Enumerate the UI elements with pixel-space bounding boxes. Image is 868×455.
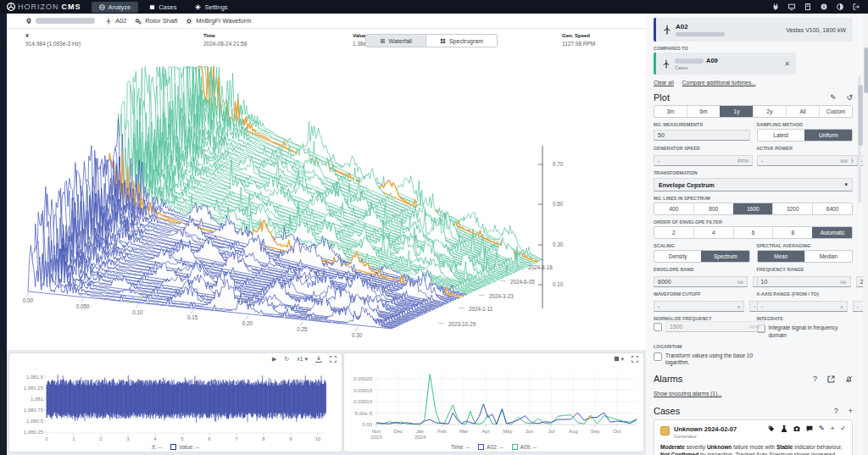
playback-speed-button[interactable]: x1 ▾ <box>297 356 308 363</box>
turbine-name-redacted <box>675 58 704 64</box>
edit-plot-icon[interactable]: ✎ <box>830 94 837 102</box>
logarithm-checkbox[interactable] <box>654 352 662 361</box>
kiosk-icon[interactable] <box>804 3 811 10</box>
loop-icon[interactable]: ↻ <box>284 356 289 363</box>
tag-icon[interactable] <box>768 425 775 432</box>
range-3m-button[interactable]: 3m <box>654 106 687 117</box>
lines-1600-button[interactable]: 1600 <box>733 203 773 214</box>
order-automatic-button[interactable]: Automatic <box>812 227 852 238</box>
lines-3200-button[interactable]: 3200 <box>772 203 812 214</box>
order-6-button[interactable]: 6 <box>733 227 773 238</box>
edit-case-icon[interactable]: ✎ <box>819 425 825 432</box>
open-external-icon[interactable] <box>827 375 835 383</box>
range-custom-button[interactable]: Custom <box>819 106 852 117</box>
nav-item-settings[interactable]: Settings <box>187 2 235 13</box>
gen-speed-min-input[interactable] <box>658 158 735 164</box>
contrast-icon[interactable] <box>837 3 843 10</box>
nav-item-label: Cases <box>159 3 176 11</box>
plug-icon[interactable] <box>772 3 779 10</box>
cases-icon <box>149 4 155 10</box>
trend-plot[interactable]: 0.000200.000150.000105.00e-50.00Nov2023D… <box>344 360 642 443</box>
compared-turbine-name: A09 <box>706 57 718 64</box>
sampling-latest-button[interactable]: Latest <box>758 130 804 141</box>
location-pin-icon <box>25 18 32 25</box>
waveform-chart-card: ▶ ↻ x1 ▾ 1,081.51,081.251,0811,080.751,0… <box>9 353 342 452</box>
normalize-frequency-checkbox[interactable] <box>654 323 662 331</box>
scaling-spectrum-button[interactable]: Spectrum <box>701 251 748 262</box>
alarms-help-icon[interactable]: ? <box>813 375 817 383</box>
nav-item-cases[interactable]: Cases <box>142 2 184 13</box>
order-2-button[interactable]: 2 <box>654 227 693 238</box>
selected-turbine-card[interactable]: A02 Vestas V100, 1800 kW <box>654 18 853 42</box>
xaxis-from-input[interactable] <box>761 303 838 309</box>
envelope-band-from-input[interactable] <box>658 279 735 285</box>
compared-turbine-card[interactable]: A09 Cases ✕ <box>654 53 796 75</box>
play-icon[interactable]: ▶ <box>272 356 276 363</box>
remove-comparison-icon[interactable]: ✕ <box>784 60 790 68</box>
waveform-cutoff-from-input[interactable] <box>658 303 735 309</box>
breadcrumb-measurement[interactable]: MnBrgFr Waveform <box>196 17 251 25</box>
waterfall-3d-plot[interactable]: 0.000.0500.100.150.200.250.302023-10-292… <box>7 61 646 350</box>
clear-all-link[interactable]: Clear all <box>654 80 674 86</box>
fullscreen-icon[interactable] <box>330 356 337 363</box>
info-icon[interactable] <box>821 3 827 10</box>
measurements-input[interactable] <box>658 132 746 138</box>
lines-400-button[interactable]: 400 <box>654 203 693 214</box>
averaging-mean-button[interactable]: Mean <box>758 251 804 262</box>
display-icon[interactable] <box>788 3 795 10</box>
add-case-icon[interactable]: + <box>849 408 853 415</box>
svg-text:1,081.5: 1,081.5 <box>26 375 44 380</box>
active-power-min-input[interactable] <box>761 158 838 164</box>
frequency-range-from-input[interactable] <box>761 279 838 285</box>
download-icon[interactable] <box>315 356 322 363</box>
fullscreen-icon[interactable] <box>632 356 638 363</box>
sampling-uniform-button[interactable]: Uniform <box>804 130 852 141</box>
comment-icon[interactable] <box>806 425 813 432</box>
app-logo[interactable]: HORIZONCMS <box>0 3 90 11</box>
chart-options-icon[interactable]: ▾ <box>614 356 624 363</box>
waterfall-toggle-button[interactable]: Waterfall <box>366 35 426 47</box>
case-card[interactable]: Unknown 2024-02-07 Generator ✎ + ✓ Moder… <box>654 419 853 455</box>
trend-chart-card: ▾ 0.000200.000150.000105.00e-50.00Nov202… <box>344 353 643 452</box>
add-to-case-icon[interactable]: + <box>831 425 835 432</box>
svg-text:Feb: Feb <box>437 429 447 434</box>
spectrogram-toggle-button[interactable]: Spectrogram <box>426 35 497 47</box>
sidebar-scrollbar[interactable] <box>858 76 861 203</box>
lines-6400-button[interactable]: 6400 <box>812 203 852 214</box>
svg-text:1,081: 1,081 <box>31 397 44 402</box>
waterfall-view-icon <box>380 38 386 44</box>
order-8-button[interactable]: 8 <box>772 227 812 238</box>
snooze-bell-icon[interactable] <box>845 375 853 383</box>
view-toggle: Waterfall Spectrogram <box>365 34 498 47</box>
reset-plot-icon[interactable]: ↺ <box>846 94 853 102</box>
scaling-density-button[interactable]: Density <box>654 251 701 262</box>
range-all-button[interactable]: All <box>786 106 819 117</box>
order-4-button[interactable]: 4 <box>693 227 733 238</box>
range-2y-button[interactable]: 2y <box>753 106 786 117</box>
svg-text:0.00: 0.00 <box>23 297 34 303</box>
breadcrumb-turbine[interactable]: A02 <box>115 17 126 25</box>
page-scrollbar[interactable] <box>863 14 868 455</box>
transformation-select[interactable]: Envelope Cepstrum ▾ <box>654 178 853 191</box>
range-6m-button[interactable]: 6m <box>687 106 720 117</box>
logout-icon[interactable] <box>853 3 860 10</box>
range-1y-button[interactable]: 1y <box>720 106 753 117</box>
normalize-frequency-input[interactable] <box>670 324 747 330</box>
xaxis-to-input[interactable] <box>857 303 864 309</box>
beaker-icon[interactable] <box>781 425 787 432</box>
show-snoozing-alarms-link[interactable]: Show snoozing alarms (1)... <box>654 391 722 397</box>
waveform-plot[interactable]: 1,081.51,081.251,0811,080.751,080.51,080… <box>9 362 340 445</box>
case-description: Moderate severity Unknown failure mode w… <box>660 443 846 455</box>
averaging-median-button[interactable]: Median <box>804 251 852 262</box>
spectral-averaging-selector: Mean Median <box>757 250 854 263</box>
lines-800-button[interactable]: 800 <box>693 203 733 214</box>
left-collapsed-panel[interactable]: Navigator <box>0 14 7 455</box>
breadcrumb-component[interactable]: Rotor Shaft <box>145 17 177 25</box>
resolve-case-icon[interactable]: ✓ <box>840 425 846 432</box>
alarms-section-header: Alarms ? <box>654 374 853 384</box>
compare-additional-link[interactable]: Compare additional turbines... <box>682 80 756 86</box>
svg-text:May: May <box>503 429 512 434</box>
camera-icon[interactable] <box>793 425 800 432</box>
nav-item-analyze[interactable]: Analyze <box>92 2 139 13</box>
cases-help-icon[interactable]: ? <box>834 408 838 415</box>
